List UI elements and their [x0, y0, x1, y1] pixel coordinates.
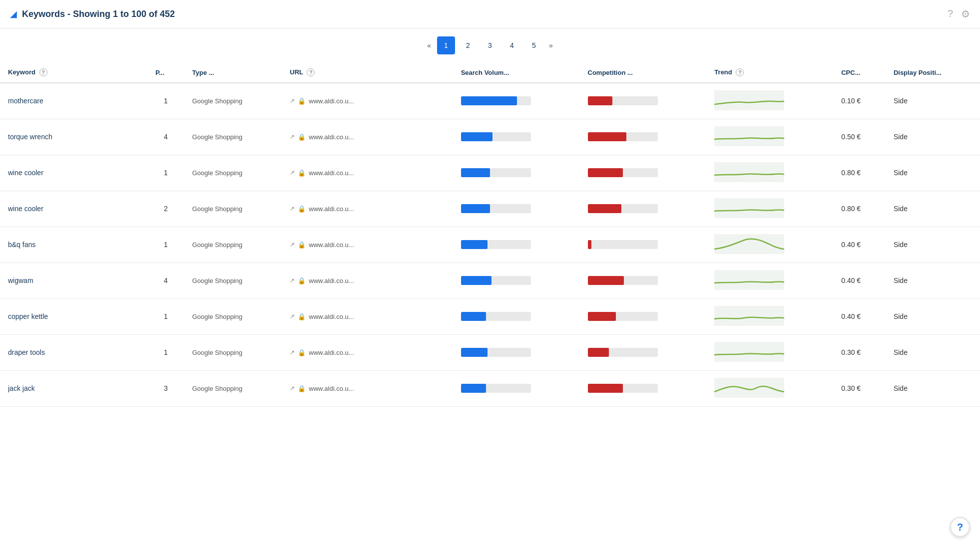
col-competition[interactable]: Competition ...	[580, 62, 707, 83]
col-trend[interactable]: Trend ?	[706, 62, 833, 83]
url-cell[interactable]: ↗ 🔒 www.aldi.co.u...	[282, 227, 453, 263]
trend-cell	[706, 370, 833, 406]
type-cell: Google Shopping	[184, 263, 282, 298]
svg-rect-5	[714, 270, 784, 290]
trend-chart	[714, 378, 784, 398]
competition-cell	[580, 334, 707, 370]
url-cell[interactable]: ↗ 🔒 www.aldi.co.u...	[282, 155, 453, 191]
keyword-cell: wigwam	[0, 263, 147, 298]
url-cell[interactable]: ↗ 🔒 www.aldi.co.u...	[282, 119, 453, 155]
trend-chart	[714, 162, 784, 182]
col-cpc[interactable]: CPC...	[833, 62, 886, 83]
competition-cell	[580, 155, 707, 191]
cpc-cell: 0.10 €	[833, 83, 886, 119]
url-cell[interactable]: ↗ 🔒 www.aldi.co.u...	[282, 263, 453, 298]
keyword-cell: wine cooler	[0, 155, 147, 191]
url-text: www.aldi.co.u...	[309, 205, 354, 213]
cpc-cell: 0.30 €	[833, 334, 886, 370]
table-header-row: Keyword ? P... Type ... URL ? Search Vol…	[0, 62, 980, 83]
table-row: jack jack 3 Google Shopping ↗ 🔒 www.aldi…	[0, 370, 980, 406]
cpc-cell: 0.80 €	[833, 155, 886, 191]
keyword-cell: copper kettle	[0, 298, 147, 334]
url-text: www.aldi.co.u...	[309, 277, 354, 284]
page-3-button[interactable]: 3	[481, 36, 499, 54]
external-link-icon: ↗	[290, 97, 295, 104]
col-type[interactable]: Type ...	[184, 62, 282, 83]
search-volume-cell	[453, 227, 580, 263]
url-cell[interactable]: ↗ 🔒 www.aldi.co.u...	[282, 370, 453, 406]
url-cell[interactable]: ↗ 🔒 www.aldi.co.u...	[282, 298, 453, 334]
keyword-help-icon[interactable]: ?	[39, 68, 47, 76]
page-4-button[interactable]: 4	[503, 36, 521, 54]
trend-cell	[706, 155, 833, 191]
search-volume-cell	[453, 191, 580, 227]
trend-chart	[714, 234, 784, 254]
cpc-cell: 0.40 €	[833, 227, 886, 263]
url-cell[interactable]: ↗ 🔒 www.aldi.co.u...	[282, 83, 453, 119]
trend-chart	[714, 306, 784, 326]
lock-icon: 🔒	[298, 169, 306, 177]
url-cell[interactable]: ↗ 🔒 www.aldi.co.u...	[282, 334, 453, 370]
display-position-cell: Side	[886, 191, 980, 227]
header-actions: ? ⚙	[948, 8, 970, 20]
trend-cell	[706, 334, 833, 370]
position-cell: 1	[147, 334, 184, 370]
lock-icon: 🔒	[298, 313, 306, 320]
url-text: www.aldi.co.u...	[309, 169, 354, 177]
lock-icon: 🔒	[298, 349, 306, 356]
page-2-button[interactable]: 2	[459, 36, 477, 54]
col-keyword[interactable]: Keyword ?	[0, 62, 147, 83]
trend-chart	[714, 90, 784, 110]
position-cell: 1	[147, 298, 184, 334]
table-row: mothercare 1 Google Shopping ↗ 🔒 www.ald…	[0, 83, 980, 119]
search-volume-cell	[453, 83, 580, 119]
cpc-cell: 0.50 €	[833, 119, 886, 155]
competition-cell	[580, 191, 707, 227]
url-text: www.aldi.co.u...	[309, 241, 354, 249]
trend-chart	[714, 198, 784, 218]
trend-help-icon[interactable]: ?	[736, 68, 744, 76]
col-display-position[interactable]: Display Positi...	[886, 62, 980, 83]
next-page-button[interactable]: »	[547, 41, 555, 49]
position-cell: 4	[147, 119, 184, 155]
url-help-icon[interactable]: ?	[307, 68, 315, 76]
page-1-button[interactable]: 1	[437, 36, 455, 54]
search-volume-cell	[453, 334, 580, 370]
display-position-cell: Side	[886, 298, 980, 334]
url-text: www.aldi.co.u...	[309, 385, 354, 392]
trend-cell	[706, 263, 833, 298]
keyword-cell: torque wrench	[0, 119, 147, 155]
svg-rect-2	[714, 162, 784, 182]
prev-page-button[interactable]: «	[425, 41, 433, 49]
svg-rect-6	[714, 306, 784, 326]
help-icon[interactable]: ?	[948, 8, 953, 20]
competition-cell	[580, 227, 707, 263]
url-text: www.aldi.co.u...	[309, 313, 354, 320]
trend-chart	[714, 270, 784, 290]
col-search-volume[interactable]: Search Volum...	[453, 62, 580, 83]
table-row: wine cooler 2 Google Shopping ↗ 🔒 www.al…	[0, 191, 980, 227]
position-cell: 3	[147, 370, 184, 406]
type-cell: Google Shopping	[184, 227, 282, 263]
position-cell: 2	[147, 191, 184, 227]
external-link-icon: ↗	[290, 349, 295, 356]
lock-icon: 🔒	[298, 277, 306, 284]
type-cell: Google Shopping	[184, 191, 282, 227]
lock-icon: 🔒	[298, 97, 306, 105]
url-cell[interactable]: ↗ 🔒 www.aldi.co.u...	[282, 191, 453, 227]
competition-cell	[580, 119, 707, 155]
url-text: www.aldi.co.u...	[309, 133, 354, 141]
filter-icon: ◢	[10, 8, 17, 19]
external-link-icon: ↗	[290, 385, 295, 392]
page-5-button[interactable]: 5	[525, 36, 543, 54]
display-position-cell: Side	[886, 227, 980, 263]
svg-rect-4	[714, 234, 784, 254]
table-row: wigwam 4 Google Shopping ↗ 🔒 www.aldi.co…	[0, 263, 980, 298]
cpc-cell: 0.80 €	[833, 191, 886, 227]
col-url[interactable]: URL ?	[282, 62, 453, 83]
position-cell: 4	[147, 263, 184, 298]
external-link-icon: ↗	[290, 205, 295, 212]
lock-icon: 🔒	[298, 385, 306, 392]
lock-icon: 🔒	[298, 133, 306, 141]
settings-icon[interactable]: ⚙	[961, 8, 970, 20]
